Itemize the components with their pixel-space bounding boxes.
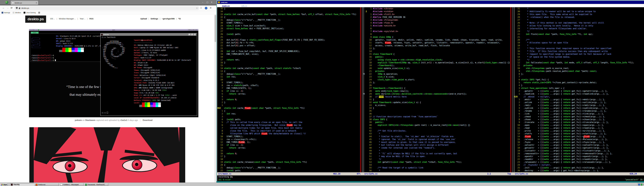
code-line: 2#define FUSE_USE_VERSION 36	[363, 16, 513, 19]
tmux-window-list: [0] 0:nvim*	[217, 178, 231, 181]
cmd-title-text: cmd.exe	[104, 34, 188, 35]
code-line: 19 ~TimerGuard();	[363, 64, 513, 67]
forward-icon[interactable]: →	[6, 7, 9, 9]
comic-artwork-image[interactable]: firefox	[29, 127, 185, 186]
code-line: 18 explicit TimerGuard(IOOp op, size_t i…	[363, 61, 513, 64]
bookmark-item[interactable]	[38, 12, 41, 14]
site-nav-dropdown[interactable]: Window Manager ⌄	[59, 18, 76, 20]
code-line: 14 .flush = [](auto ...args) { return ge…	[514, 135, 644, 138]
code-line: 6	[363, 27, 513, 30]
vim-pane-main[interactable]: 35}3433static int cache_write_buf(const …	[217, 7, 362, 172]
code-line: 14static int cache_statfs(const char *pa…	[217, 67, 362, 70]
tracking-shield-icon[interactable]	[16, 7, 18, 9]
window-minimize-icon[interactable]: ‒	[202, 1, 203, 3]
code-line: 30 START_TIMER();	[217, 22, 362, 24]
code-line: 11 .read = [](auto ...args) { return get…	[514, 127, 644, 129]
vim-tab-iofs.cc[interactable]: iofs.cc	[241, 5, 247, 7]
cmd-terminal: C:~> fastfetch _,met$$$$$gg. ,g$$$$$$$$$…	[100, 36, 196, 115]
site-account-link[interactable]: ^D	[178, 18, 181, 20]
code-line: 28 * ->release() when the file is releas…	[514, 16, 644, 19]
battery-tray-icon[interactable]	[641, 184, 642, 185]
reload-icon[interactable]: ⟳	[10, 7, 12, 10]
system-tray[interactable]: 100% 18:16	[637, 183, 644, 186]
code-line: 3struct fuse_operations iofs_oper = {	[514, 87, 644, 90]
code-line: 9enum class IOOp {	[363, 36, 513, 39]
site-nav-rss[interactable]: RSS	[90, 18, 94, 20]
firefox-logo-icon[interactable]	[5, 1, 8, 4]
browser-tab-strip: deskto.ps ✕ ‒ ▢ ✕	[0, 0, 216, 5]
code-line: 3#include <filesystem>	[363, 19, 513, 22]
alacritty-icon	[218, 1, 220, 3]
start-button[interactable]: Start	[0, 183, 8, 186]
code-line: 15	[217, 149, 362, 152]
tab-title: deskto.ps	[15, 2, 35, 4]
menu-hamburger-icon[interactable]: ≡	[210, 7, 211, 9]
code-line: 19static int cache_release(const char *p…	[217, 161, 362, 163]
code-line: 26 * Note: if this method is not impleme…	[514, 22, 644, 24]
code-line: 56 *	[363, 169, 513, 172]
vim-pane-iofs-top[interactable]: 1#include <chrono>2#include <cstdio>1#in…	[363, 7, 513, 172]
devdocs-favicon	[12, 12, 14, 14]
code-line: 1#include <fcntl.h>	[363, 13, 513, 16]
webpage: deskto.ps OS ⌄|Window Manager ⌄|Year ⌄|R…	[0, 15, 214, 183]
site-account-link[interactable]: Settings	[150, 18, 158, 20]
code-line: 9 std::filesystem::path resolve_path(con…	[514, 70, 644, 73]
code-line: 15 * request to specified range is guara…	[514, 53, 644, 56]
display-tray-icon[interactable]	[638, 184, 640, 185]
site-nav-dropdown[interactable]: OS ⌄	[50, 18, 55, 20]
code-line: 482static int cache_flush(const char *pa…	[217, 107, 362, 110]
task-button--untitled-mousepad[interactable]: *Untitled 1 - Mousepad	[60, 183, 84, 186]
editor-titlebar[interactable]: cmd.exe _ □ ✕	[217, 1, 644, 4]
window-close-icon[interactable]: ✕	[211, 1, 212, 3]
fastfetch-command: C:~> fastfetch	[102, 36, 116, 38]
code-line: 52 */	[363, 158, 513, 161]
code-line: 10 getattr, readlink, mkdir, unlink, rmd…	[363, 39, 513, 41]
bookmark-item[interactable]: learncpp	[2, 12, 10, 14]
learncpp-favicon	[2, 12, 3, 14]
statusline-main: src/main.cc482,1867%	[217, 172, 362, 175]
code-line: 44 * Similar to stat(). The 'st_dev' and…	[363, 135, 513, 138]
page-scrollbar[interactable]	[214, 15, 216, 183]
close-icon: ✕	[194, 34, 196, 36]
code-line: 1 .readlink = [](auto ...args) { return …	[514, 92, 644, 95]
window-maximize-icon[interactable]: ▢	[206, 1, 208, 3]
padlock-icon[interactable]	[19, 8, 20, 9]
code-line: 11 statfs, flush, release, fsync, setxat…	[363, 41, 513, 44]
code-line: 25 .init = [](auto ...args) { return get…	[514, 166, 644, 169]
tab-close-icon[interactable]: ✕	[36, 2, 37, 4]
vim-pane-iofs-bottom[interactable]: 31 *30 * Additionally fi->owner will be …	[514, 7, 644, 172]
code-line: 16}	[217, 61, 362, 64]
code-line: 12 .write = [](auto ...args) { return ge…	[514, 129, 644, 132]
task-button-passwords-keepassxc[interactable]: Passwords - KeePassXC	[84, 183, 108, 186]
bookmark-item[interactable]: Linux Gaming	[24, 12, 36, 14]
save-page-icon[interactable]: ⤓	[200, 7, 202, 9]
back-icon[interactable]: ←	[2, 7, 5, 9]
code-line: 22 int flock(const char *path, fuse_file…	[514, 33, 644, 36]
extension-icon[interactable]	[205, 7, 207, 10]
task-button-firefox-esr[interactable]: Firefox-esr	[35, 183, 59, 186]
download-link[interactable]: Download	[143, 119, 152, 121]
code-line: 22 dst.buf[0].pos = offset;	[217, 44, 362, 47]
site-account-link[interactable]: ~gershgoriNN	[162, 18, 175, 20]
code-line: 6 .link = [](auto ...args) { return get_…	[514, 112, 644, 115]
code-line: 23 */	[514, 30, 644, 33]
url-bar[interactable]: deskto.ps ☆	[14, 6, 200, 10]
browser-tab[interactable]: deskto.ps ✕	[11, 1, 38, 5]
code-line: 18	[217, 158, 362, 161]
task-button-alacritty[interactable]: Alacritty	[10, 183, 34, 186]
code-line: 10 .open = [](auto ...args) { return get…	[514, 124, 644, 127]
bookmark-star-icon[interactable]: ☆	[196, 7, 198, 9]
code-line: 50 * `fi` will always be NULL if the fil…	[363, 152, 513, 155]
code-line: 26 (void) path;	[217, 33, 362, 36]
code-line: 16 .fsync = [](auto ...args) { return ge…	[514, 141, 644, 144]
site-account-link[interactable]: Upload	[140, 18, 147, 20]
tab-favicon	[12, 2, 14, 4]
vim-editor-area: 35}3433static int cache_write_buf(const …	[217, 7, 644, 172]
code-line: 2 .unlink = [](auto ...args) { return ge…	[514, 101, 644, 104]
site-logo[interactable]: deskto.ps	[25, 16, 46, 23]
site-nav-dropdown[interactable]: Year ⌄	[80, 18, 86, 20]
bookmark-item[interactable]: devdocs	[12, 12, 21, 14]
screenshot-image[interactable]: 2 0.10 xterm 2025-12-08 22:46 xterm ____…	[29, 29, 198, 117]
code-line: 15class TimerGuard {	[363, 53, 513, 56]
vim-tab-main.cc[interactable]: main.cc	[222, 5, 230, 7]
